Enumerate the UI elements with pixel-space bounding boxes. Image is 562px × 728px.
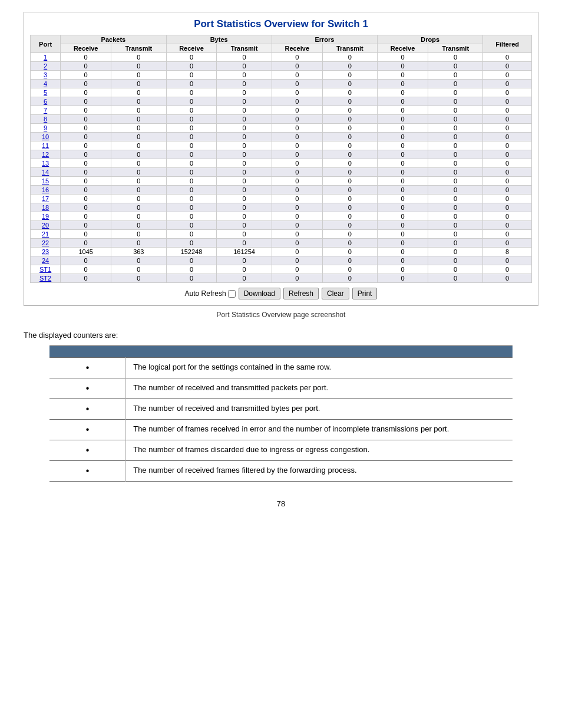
stat-cell: 0: [166, 133, 217, 141]
clear-button[interactable]: Clear: [322, 288, 349, 299]
table-row: 6000000000: [31, 97, 532, 106]
counters-table: •The logical port for the settings conta…: [49, 345, 513, 482]
stat-cell: 0: [378, 221, 428, 230]
stat-cell: 0: [322, 195, 377, 203]
port-cell: 8: [31, 115, 61, 124]
subheader-pkt-rx: Receive: [61, 44, 111, 53]
stat-cell: 0: [322, 274, 377, 283]
stat-cell: 0: [217, 221, 272, 230]
port-link[interactable]: 9: [44, 124, 47, 131]
port-link[interactable]: 20: [42, 222, 49, 229]
stat-cell: 0: [483, 97, 532, 106]
auto-refresh-checkbox[interactable]: [228, 290, 236, 298]
port-link[interactable]: 17: [42, 195, 49, 202]
stat-cell: 0: [483, 133, 532, 141]
stat-cell: 0: [378, 71, 428, 80]
stat-cell: 0: [217, 124, 272, 133]
stat-cell: 0: [378, 133, 428, 141]
stat-cell: 0: [217, 186, 272, 195]
stat-cell: 0: [428, 230, 482, 239]
stat-cell: 0: [217, 150, 272, 159]
port-link[interactable]: 21: [42, 230, 49, 238]
screenshot-title: Port Statistics Overview for Switch 1: [30, 18, 532, 30]
stat-cell: 0: [166, 80, 217, 88]
stat-cell: 0: [322, 265, 377, 274]
port-link[interactable]: 11: [42, 142, 49, 149]
port-link[interactable]: 15: [42, 177, 49, 185]
stat-cell: 0: [428, 248, 482, 256]
stat-cell: 0: [428, 71, 482, 80]
stat-cell: 0: [378, 80, 428, 88]
stat-cell: 0: [272, 97, 322, 106]
counter-description: The number of received and transmitted p…: [126, 378, 513, 399]
port-link[interactable]: 2: [44, 62, 47, 70]
port-cell: 10: [31, 133, 61, 141]
stat-cell: 0: [111, 80, 166, 88]
stat-cell: 0: [166, 88, 217, 97]
port-link[interactable]: 12: [42, 151, 49, 158]
stat-cell: 0: [111, 115, 166, 124]
port-link[interactable]: 5: [44, 89, 47, 96]
stat-cell: 0: [166, 159, 217, 168]
port-link[interactable]: 3: [44, 71, 47, 78]
stat-cell: 0: [378, 62, 428, 71]
table-row: 8000000000: [31, 115, 532, 124]
port-cell: 24: [31, 256, 61, 265]
stat-cell: 0: [322, 88, 377, 97]
print-button[interactable]: Print: [352, 288, 378, 299]
port-link[interactable]: 23: [42, 248, 49, 255]
port-link[interactable]: 10: [42, 133, 49, 140]
stat-cell: 0: [61, 80, 111, 88]
port-cell: 11: [31, 141, 61, 150]
port-link[interactable]: 13: [42, 160, 49, 167]
port-link[interactable]: 1: [44, 54, 47, 61]
stat-cell: 0: [428, 195, 482, 203]
stat-cell: 0: [428, 212, 482, 221]
table-row: 24000000000: [31, 256, 532, 265]
refresh-button[interactable]: Refresh: [283, 288, 319, 299]
port-link[interactable]: 6: [44, 98, 47, 105]
download-button[interactable]: Download: [239, 288, 280, 299]
stat-cell: 0: [322, 212, 377, 221]
subheader-row: Receive Transmit Receive Transmit Receiv…: [31, 44, 532, 53]
port-link[interactable]: 4: [44, 80, 47, 87]
stat-cell: 0: [378, 159, 428, 168]
port-link[interactable]: ST2: [39, 275, 51, 282]
stat-cell: 0: [217, 212, 272, 221]
port-cell: 18: [31, 203, 61, 212]
port-link[interactable]: 7: [44, 107, 47, 114]
stat-cell: 0: [428, 106, 482, 115]
stat-cell: 0: [272, 195, 322, 203]
stat-cell: 0: [428, 265, 482, 274]
port-link[interactable]: 19: [42, 213, 49, 220]
bullet-icon: •: [86, 424, 90, 434]
stat-cell: 0: [322, 133, 377, 141]
stat-cell: 0: [61, 53, 111, 62]
table-row: 1000000000: [31, 53, 532, 62]
stat-cell: 0: [111, 53, 166, 62]
port-link[interactable]: 16: [42, 186, 49, 193]
table-row: 15000000000: [31, 177, 532, 186]
counter-row: •The number of frames discarded due to i…: [49, 440, 513, 461]
stat-cell: 0: [322, 62, 377, 71]
counter-description: The number of frames received in error a…: [126, 420, 513, 440]
stat-cell: 0: [272, 230, 322, 239]
bullet-cell: •: [49, 420, 126, 440]
port-cell: 20: [31, 221, 61, 230]
stat-cell: 0: [217, 141, 272, 150]
port-link[interactable]: 14: [42, 169, 49, 176]
stat-cell: 0: [111, 106, 166, 115]
stat-cell: 0: [61, 239, 111, 248]
port-link[interactable]: ST1: [39, 266, 51, 273]
stat-cell: 0: [217, 239, 272, 248]
port-cell: 12: [31, 150, 61, 159]
bullet-cell: •: [49, 440, 126, 461]
port-link[interactable]: 18: [42, 204, 49, 211]
stat-cell: 0: [111, 203, 166, 212]
port-link[interactable]: 8: [44, 116, 47, 123]
port-link[interactable]: 24: [42, 257, 49, 264]
stat-cell: 0: [378, 141, 428, 150]
stat-cell: 0: [217, 168, 272, 177]
port-link[interactable]: 22: [42, 239, 49, 246]
stat-cell: 0: [61, 88, 111, 97]
